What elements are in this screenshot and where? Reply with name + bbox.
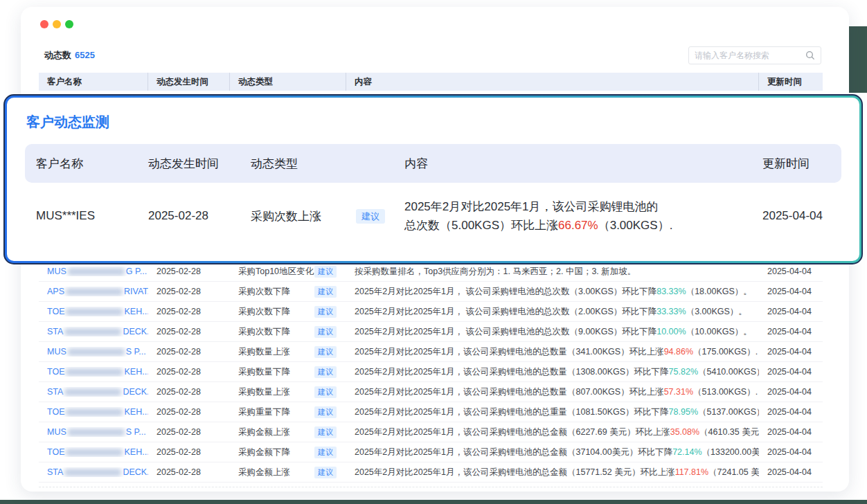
customer-name-prefix: MUS bbox=[47, 347, 66, 357]
masked-name-blur bbox=[68, 348, 125, 356]
updated-date-cell: 2025-04-04 bbox=[751, 209, 841, 223]
event-type-label: 采购数量上涨 bbox=[238, 346, 290, 358]
event-type-cell: 采购次数下降建议 bbox=[230, 306, 346, 318]
percent-value: 33.33% bbox=[656, 307, 686, 316]
page-accent-right bbox=[849, 26, 867, 93]
content-cell: 2025年2月对比2025年1月，该公司采购锂电池的总数量（1308.00KGS… bbox=[346, 366, 759, 378]
content-before: 2025年2月对比2025年1月，该公司采购锂电池的总金额（15771.52 美… bbox=[355, 467, 675, 477]
event-date-cell: 2025-02-28 bbox=[148, 287, 230, 296]
event-date-cell: 2025-02-28 bbox=[148, 467, 230, 477]
customer-name-suffix: DECK... bbox=[123, 327, 148, 336]
customer-name-prefix: STA bbox=[47, 467, 63, 477]
customer-name-cell[interactable]: STADECK... bbox=[39, 327, 148, 336]
content-after: （4610.35 美元）。 bbox=[699, 427, 759, 437]
table-row[interactable]: STADECK...2025-02-28采购金额上涨建议2025年2月对比202… bbox=[39, 462, 823, 483]
customer-name-cell[interactable]: TOEKEH... bbox=[39, 407, 148, 417]
table-row[interactable]: TOEKEH...2025-02-28采购金额下降建议2025年2月对比2025… bbox=[39, 442, 823, 462]
customer-name-cell[interactable]: TOEKEH... bbox=[39, 307, 148, 316]
event-date-cell: 2025-02-28 bbox=[148, 307, 230, 316]
percent-value: 94.86% bbox=[664, 347, 693, 357]
customer-name-prefix: STA bbox=[47, 327, 63, 336]
event-type-label: 采购次数上涨 bbox=[251, 208, 321, 224]
customer-name-suffix: KEH... bbox=[124, 367, 148, 377]
content-after: （5137.00KGS）。 bbox=[698, 407, 759, 417]
updated-date-cell: 2025-04-04 bbox=[759, 447, 823, 457]
event-type-cell: 采购数量上涨建议 bbox=[230, 346, 346, 358]
event-type-cell: 采购Top10地区变化建议 bbox=[230, 266, 346, 278]
customer-name-prefix: MUS bbox=[47, 267, 66, 276]
table-row[interactable]: MUSS P...2025-02-28采购金额上涨建议2025年2月对比2025… bbox=[39, 422, 823, 442]
event-type-cell: 采购次数下降建议 bbox=[230, 326, 346, 338]
spotlight-border: 客户动态监测 客户名称动态发生时间动态类型内容更新时间 MUS***IES 20… bbox=[5, 96, 861, 263]
content-before: 2025年2月对比2025年1月， 该公司采购锂电池的总次数（9.00KGS）环… bbox=[355, 327, 656, 336]
content-before: 按采购数量排名，Top3供应商分别为：1. 马来西亚；2. 中国；3. 新加坡。 bbox=[355, 267, 636, 276]
customer-name-prefix: TOE bbox=[47, 307, 64, 316]
event-date-cell: 2025-02-28 bbox=[148, 407, 230, 417]
table-row[interactable]: MUSS P...2025-02-28采购数量上涨建议2025年2月对比2025… bbox=[39, 342, 823, 362]
event-type-label: 采购数量上涨 bbox=[238, 386, 290, 398]
customer-name-prefix: MUS bbox=[47, 427, 66, 437]
content-cell: 2025年2月对比2025年1月，该公司采购锂电池的总金额（37104.00美元… bbox=[346, 447, 759, 458]
masked-name-blur bbox=[68, 268, 125, 276]
close-window-icon[interactable] bbox=[40, 20, 48, 28]
event-type-cell: 采购金额上涨建议 bbox=[230, 467, 346, 478]
content-cell: 2025年2月对比2025年1月， 该公司采购锂电池的总次数（3.00KGS）环… bbox=[346, 286, 759, 298]
spotlight-example-row[interactable]: MUS***IES 2025-02-28 采购次数上涨 建议 2025年2月对比… bbox=[25, 187, 841, 245]
percent-value: 57.31% bbox=[664, 387, 693, 397]
customer-name-cell[interactable]: APSRIVAT... bbox=[39, 287, 148, 296]
event-date-cell: 2025-02-28 bbox=[148, 427, 230, 437]
content-before: 2025年2月对比2025年1月，该公司采购锂电池的总数量（1308.00KGS… bbox=[355, 367, 669, 377]
customer-name-cell[interactable]: STADECK... bbox=[39, 387, 148, 397]
page-title: 客户动态监测 bbox=[26, 113, 841, 132]
event-date-cell: 2025-02-28 bbox=[148, 387, 230, 397]
content-before: 2025年2月对比2025年1月， 该公司采购锂电池的总次数（3.00KGS）环… bbox=[355, 287, 656, 296]
event-type-cell: 采购数量下降建议 bbox=[230, 366, 346, 378]
dynamics-count-label: 动态数 bbox=[44, 50, 71, 60]
content-after: （513.00KGS）. bbox=[693, 387, 758, 397]
updated-date-cell: 2025-04-04 bbox=[759, 327, 823, 336]
table-row[interactable]: STADECK...2025-02-28采购次数下降建议2025年2月对比202… bbox=[39, 322, 823, 342]
spotlight-overlay: 客户动态监测 客户名称动态发生时间动态类型内容更新时间 MUS***IES 20… bbox=[3, 94, 863, 264]
masked-name-blur bbox=[66, 368, 123, 376]
masked-name-blur bbox=[64, 469, 121, 476]
table-row[interactable]: TOEKEH...2025-02-28采购重量下降建议2025年2月对比2025… bbox=[39, 402, 823, 422]
zoom-window-icon[interactable] bbox=[65, 20, 73, 28]
customer-name-cell[interactable]: MUSS P... bbox=[39, 427, 148, 437]
suggestion-badge: 建议 bbox=[314, 286, 337, 298]
event-type-label: 采购次数下降 bbox=[238, 306, 290, 318]
search-icon[interactable] bbox=[805, 51, 815, 60]
table-row[interactable]: STADECK...2025-02-28采购数量上涨建议2025年2月对比202… bbox=[39, 382, 823, 402]
customer-name-suffix: DECK... bbox=[123, 467, 148, 477]
event-type-label: 采购次数下降 bbox=[238, 286, 290, 298]
updated-date-cell: 2025-04-04 bbox=[759, 287, 823, 296]
customer-name-prefix: TOE bbox=[47, 447, 64, 457]
event-type-cell: 采购金额下降建议 bbox=[230, 447, 346, 458]
suggestion-badge: 建议 bbox=[356, 209, 385, 224]
customer-name-cell[interactable]: TOEKEH... bbox=[39, 447, 148, 457]
table-row[interactable]: MUSG P...2025-02-28采购Top10地区变化建议按采购数量排名，… bbox=[39, 262, 823, 282]
customer-name-suffix: KEH... bbox=[124, 307, 148, 316]
suggestion-badge: 建议 bbox=[314, 326, 337, 338]
event-type-label: 采购金额下降 bbox=[238, 447, 290, 458]
table-row[interactable]: TOEKEH...2025-02-28采购数量下降建议2025年2月对比2025… bbox=[39, 362, 823, 382]
customer-name-cell[interactable]: MUSG P... bbox=[39, 267, 148, 276]
updated-date-cell: 2025-04-04 bbox=[759, 307, 823, 316]
customer-name-cell[interactable]: STADECK... bbox=[39, 467, 148, 477]
customer-name-cell[interactable]: MUSS P... bbox=[39, 347, 148, 357]
customer-name-cell[interactable]: TOEKEH... bbox=[39, 367, 148, 377]
customer-search-input[interactable] bbox=[695, 51, 805, 60]
masked-name-blur bbox=[66, 308, 123, 316]
customer-search-box[interactable] bbox=[688, 46, 821, 64]
column-header-0: 客户名称 bbox=[25, 156, 137, 172]
table-row[interactable]: TOEKEH...2025-02-28采购次数下降建议2025年2月对比2025… bbox=[39, 302, 823, 322]
customer-name-suffix: KEH... bbox=[124, 447, 148, 457]
event-type-label: 采购次数下降 bbox=[238, 326, 290, 338]
event-type-label: 采购金额上涨 bbox=[238, 426, 290, 438]
column-header-3: 内容 bbox=[346, 73, 759, 91]
table-row[interactable]: APSRIVAT...2025-02-28采购次数下降建议2025年2月对比20… bbox=[39, 282, 823, 302]
event-type-label: 采购金额上涨 bbox=[238, 467, 290, 478]
minimize-window-icon[interactable] bbox=[53, 20, 61, 28]
customer-name-prefix: TOE bbox=[47, 367, 64, 377]
content-after: （7241.05 美元）。 bbox=[708, 467, 759, 477]
updated-date-cell: 2025-04-04 bbox=[759, 367, 823, 377]
